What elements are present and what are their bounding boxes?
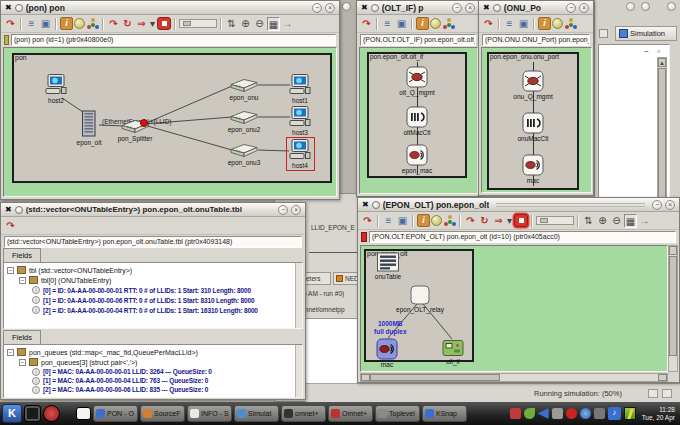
- scroll-left-icon[interactable]: [361, 374, 370, 381]
- taskbar-window-info[interactable]: INFO - S: [187, 405, 232, 422]
- fields-tab[interactable]: Fields: [3, 330, 41, 344]
- objects-button[interactable]: ≡: [382, 214, 395, 228]
- node-olt-if[interactable]: olt_if: [442, 339, 464, 365]
- network-button[interactable]: [564, 17, 577, 30]
- express-run-button[interactable]: ⇒: [135, 17, 148, 31]
- node-host4[interactable]: host4: [288, 139, 312, 169]
- tab-simulation[interactable]: Simulation: [615, 26, 677, 41]
- k-menu-button[interactable]: [2, 404, 22, 423]
- tray-misc-icon[interactable]: [594, 408, 605, 419]
- fast-run-button[interactable]: ↻: [121, 17, 134, 31]
- scroll-thumb[interactable]: [669, 256, 677, 356]
- taskbar-window-simulation[interactable]: Simulat: [234, 405, 279, 422]
- titlebar[interactable]: ✖ (std::vector<ONUTableEntry>) pon.epon_…: [1, 203, 305, 217]
- close-button[interactable]: ×: [465, 3, 475, 13]
- step-button[interactable]: ↷: [4, 219, 17, 233]
- taskbar-window-toplevel[interactable]: Toplevel: [375, 405, 420, 422]
- node-mac-selected[interactable]: mac: [376, 338, 398, 368]
- window-menu-icon[interactable]: [15, 206, 23, 214]
- tree-node-child[interactable]: pon_queues[3] (struct pair<','>): [19, 357, 302, 367]
- maximize-view-icon[interactable]: [657, 47, 660, 56]
- window-menu-icon[interactable]: [493, 4, 501, 12]
- minimize-button[interactable]: −: [652, 200, 662, 210]
- taskbar-window-sourceforge[interactable]: SourceF: [140, 405, 185, 422]
- node-olt-mac-ctl[interactable]: oltMacCtl: [406, 106, 428, 136]
- go-button[interactable]: →: [281, 17, 294, 31]
- taskbar-window-pon[interactable]: PON - O: [93, 405, 138, 422]
- tree-node-root[interactable]: tbl (std::vector<ONUTableEntry>): [7, 265, 302, 275]
- zoom-out-button[interactable]: ⊖: [253, 17, 266, 31]
- tray-app-icon[interactable]: [510, 408, 521, 419]
- taskbar-window-ksnapshot[interactable]: KSnap: [422, 405, 467, 422]
- step-button[interactable]: ↷: [482, 17, 495, 31]
- message-dot[interactable]: [140, 119, 148, 127]
- inspect-button[interactable]: ▣: [39, 17, 52, 31]
- parent-module-button[interactable]: [430, 18, 441, 29]
- node-mac[interactable]: mac: [522, 154, 544, 184]
- node-host3[interactable]: host3: [288, 106, 312, 136]
- titlebar[interactable]: ✖ (EPON_OLT) pon.epon_olt − ×: [358, 198, 679, 212]
- module-info-button[interactable]: i: [538, 17, 551, 30]
- go-button[interactable]: →: [638, 214, 651, 228]
- fast-run-button[interactable]: ↻: [478, 214, 491, 228]
- minimize-button[interactable]: −: [566, 3, 576, 13]
- zoom-in-button[interactable]: ⊕: [239, 17, 252, 31]
- node-olt-q-mgmt[interactable]: olt_Q_mgmt: [406, 66, 428, 96]
- titlebar[interactable]: ✖ (pon) pon − ×: [1, 1, 339, 15]
- taskbar-window-omnet1[interactable]: omnet+: [281, 405, 326, 422]
- node-onu-q-mgmt[interactable]: onu_Q_mgmt: [522, 70, 544, 100]
- tree-entry[interactable]: [1] = MAC: 0A-AA-00-00-00-04 LLID: 763 -…: [32, 376, 302, 385]
- minimize-view-icon[interactable]: [644, 47, 649, 56]
- tree-entry[interactable]: [2] = MAC: 0A-AA-00-00-00-06 LLID: 835 -…: [32, 385, 302, 394]
- relayout-button[interactable]: ⇅: [225, 17, 238, 31]
- background-window-button[interactable]: [667, 2, 676, 11]
- node-epon-onu[interactable]: epon_onu: [230, 77, 258, 101]
- tab-parameters[interactable]: eters: [303, 272, 331, 285]
- node-onu-mac-ctl[interactable]: onuMacCtl: [522, 112, 544, 142]
- module-info-button[interactable]: i: [417, 214, 430, 227]
- tray-leaf-icon[interactable]: [524, 408, 535, 419]
- minimize-button[interactable]: −: [312, 3, 322, 13]
- fields-tab[interactable]: Fields: [3, 248, 41, 262]
- zoom-out-button[interactable]: ⊖: [610, 214, 623, 228]
- tree-entry[interactable]: [0] = MAC: 0A-AA-00-00-00-01 LLID: 3264 …: [32, 367, 302, 376]
- scroll-thumb[interactable]: [370, 374, 500, 381]
- module-info-button[interactable]: i: [416, 17, 429, 30]
- parent-module-button[interactable]: [74, 18, 85, 29]
- inspect-button[interactable]: ▣: [395, 17, 408, 31]
- close-button[interactable]: ×: [325, 3, 335, 13]
- minimize-button[interactable]: −: [452, 3, 462, 13]
- objects-button[interactable]: ≡: [381, 17, 394, 31]
- collapse-icon[interactable]: [7, 349, 14, 356]
- window-menu-icon[interactable]: [372, 201, 380, 209]
- tray-record-icon[interactable]: [566, 408, 577, 419]
- step-button[interactable]: ↷: [360, 17, 373, 31]
- tree-node-root[interactable]: pon_queues (std::map<_mac_fid,QueuePerMa…: [7, 347, 302, 357]
- node-epon-olt-relay[interactable]: epon_OLT_relay: [410, 285, 430, 313]
- express-run-button[interactable]: ⇒: [492, 214, 505, 228]
- zoom-slider[interactable]: [179, 19, 217, 28]
- inspector-path-field[interactable]: (PON.OLT.OLT_IF) pon.epon_olt.olt_: [360, 34, 476, 46]
- collapse-icon[interactable]: [19, 359, 26, 366]
- scroll-right-icon[interactable]: [658, 374, 667, 381]
- zoom-slider[interactable]: [536, 216, 574, 225]
- node-epon-mac[interactable]: epon_mac: [406, 144, 428, 174]
- window-menu-icon[interactable]: [371, 4, 379, 12]
- run-button[interactable]: ↷: [464, 214, 477, 228]
- run-button[interactable]: ↷: [107, 17, 120, 31]
- notes-launcher-icon[interactable]: [76, 407, 91, 420]
- show-labels-button[interactable]: ▦: [624, 214, 637, 228]
- inspector-path-field[interactable]: (PON.OLT.EPON_OLT) pon.epon_olt (id=10) …: [369, 231, 676, 243]
- collapse-icon[interactable]: [19, 277, 26, 284]
- scroll-up-icon[interactable]: [669, 246, 677, 255]
- vertical-scrollbar[interactable]: [668, 245, 678, 372]
- run-options-dropdown[interactable]: ▾: [149, 17, 156, 31]
- tree-entry[interactable]: [1] = ID: 0A-AA-00-00-00-06 RTT: 0 # of …: [32, 295, 302, 305]
- inspect-button[interactable]: ▣: [517, 17, 530, 31]
- network-button[interactable]: [443, 214, 456, 227]
- status-icon[interactable]: [662, 389, 672, 398]
- tree-entry[interactable]: [0] = ID: 0A-AA-00-00-00-01 RTT: 0 # of …: [32, 285, 302, 295]
- tree-scrollbar[interactable]: [295, 345, 302, 397]
- panel-menu-icon[interactable]: [599, 29, 608, 38]
- step-button[interactable]: ↷: [361, 214, 374, 228]
